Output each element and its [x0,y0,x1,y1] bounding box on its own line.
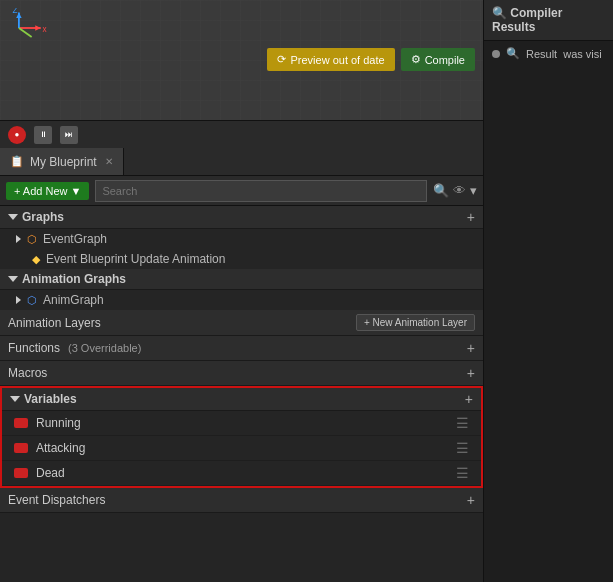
attacking-type-icon [14,443,28,453]
preview-label: Preview out of date [290,54,384,66]
attacking-label: Attacking [36,441,85,455]
animation-graphs-section-header[interactable]: Animation Graphs [0,269,483,290]
dropdown-icon[interactable]: ▾ [470,183,477,198]
anim-graphs-label: Animation Graphs [22,272,126,286]
event-bp-label: Event Blueprint Update Animation [46,252,225,266]
variable-attacking[interactable]: Attacking ☰ [2,436,481,461]
anim-graph-arrow-icon [16,296,21,304]
anim-layers-label: Animation Layers [8,316,101,330]
record-button[interactable]: ● [8,126,26,144]
viewport: x Z ⟳ Preview out of date ⚙ Compile [0,0,483,120]
blueprint-icon: 📋 [10,155,24,168]
macros-header[interactable]: Macros + [0,361,483,386]
event-dispatchers-label: Event Dispatchers [8,493,105,507]
event-bp-item[interactable]: ◆ Event Blueprint Update Animation [0,249,483,269]
compile-button[interactable]: ⚙ Compile [401,48,475,71]
event-graph-icon: ⬡ [27,233,37,246]
variables-label: Variables [24,392,77,406]
right-panel: 🔍 Compiler Results 🔍 Result was visi [483,0,613,582]
event-dispatchers-add-button[interactable]: + [467,492,475,508]
axis-widget: x Z [8,8,48,48]
compiler-icon: 🔍 [492,6,507,20]
add-new-bar: + Add New ▼ 🔍 👁 ▾ [0,176,483,206]
event-dispatchers-header[interactable]: Event Dispatchers + [0,488,483,513]
anim-graph-item[interactable]: ⬡ AnimGraph [0,290,483,310]
variables-arrow-icon [10,396,20,402]
compile-label: Compile [425,54,465,66]
search-input[interactable] [95,180,427,202]
functions-label: Functions [8,341,60,355]
diamond-icon: ◆ [32,253,40,266]
tab-title: My Blueprint [30,155,97,169]
new-anim-label: + New Animation Layer [364,317,467,328]
toolbar-buttons: ⟳ Preview out of date ⚙ Compile [267,48,475,71]
panel-header: 📋 My Blueprint ✕ [0,148,483,176]
variables-header[interactable]: Variables + [2,388,481,411]
new-animation-layer-button[interactable]: + New Animation Layer [356,314,475,331]
variable-dead[interactable]: Dead ☰ [2,461,481,486]
anim-graph-label: AnimGraph [43,293,104,307]
my-blueprint-tab[interactable]: 📋 My Blueprint ✕ [0,148,124,175]
variables-section: Variables + Running ☰ Attacking ☰ [0,386,483,488]
dead-label: Dead [36,466,65,480]
macros-label: Macros [8,366,47,380]
search-icon: 🔍 [433,183,449,198]
attacking-visibility-icon[interactable]: ☰ [456,440,469,456]
svg-text:Z: Z [13,8,18,15]
eye-icon[interactable]: 👁 [453,183,466,198]
add-new-button[interactable]: + Add New ▼ [6,182,89,200]
arrow-right-icon [16,235,21,243]
pause-button[interactable]: ⏸ [34,126,52,144]
functions-header[interactable]: Functions (3 Overridable) + [0,336,483,361]
dead-visibility-icon[interactable]: ☰ [456,465,469,481]
add-new-label: + Add New [14,185,68,197]
functions-count: (3 Overridable) [68,342,141,354]
functions-add-button[interactable]: + [467,340,475,356]
svg-text:x: x [43,25,47,34]
step-button[interactable]: ⏭ [60,126,78,144]
running-type-icon [14,418,28,428]
playback-bar: ● ⏸ ⏭ [0,120,483,148]
compiler-result-item: 🔍 Result was visi [484,41,613,66]
search-icons: 🔍 👁 ▾ [433,183,477,198]
variables-add-button[interactable]: + [465,391,473,407]
svg-line-6 [19,28,32,37]
graphs-arrow-icon [8,214,18,220]
graphs-label: Graphs [22,210,64,224]
result-dot-icon [492,50,500,58]
running-visibility-icon[interactable]: ☰ [456,415,469,431]
preview-button[interactable]: ⟳ Preview out of date [267,48,394,71]
event-graph-label: EventGraph [43,232,107,246]
anim-graphs-arrow-icon [8,276,18,282]
add-new-dropdown-icon: ▼ [71,185,82,197]
macros-add-button[interactable]: + [467,365,475,381]
variable-running[interactable]: Running ☰ [2,411,481,436]
compiler-header: 🔍 Compiler Results [484,0,613,41]
event-graph-item[interactable]: ⬡ EventGraph [0,229,483,249]
running-label: Running [36,416,81,430]
graphs-section-header[interactable]: Graphs + [0,206,483,229]
content-area: Graphs + ⬡ EventGraph ◆ Event Blueprint … [0,206,483,582]
graphs-add-button[interactable]: + [467,209,475,225]
compile-icon: ⚙ [411,53,421,66]
result-label: Result [526,48,557,60]
svg-marker-1 [35,25,40,30]
result-icon: 🔍 [506,47,520,60]
dead-type-icon [14,468,28,478]
result-text: was visi [563,48,602,60]
tab-close-button[interactable]: ✕ [105,156,113,167]
animation-layers-header[interactable]: Animation Layers + New Animation Layer [0,310,483,336]
preview-icon: ⟳ [277,53,286,66]
anim-graph-icon: ⬡ [27,294,37,307]
